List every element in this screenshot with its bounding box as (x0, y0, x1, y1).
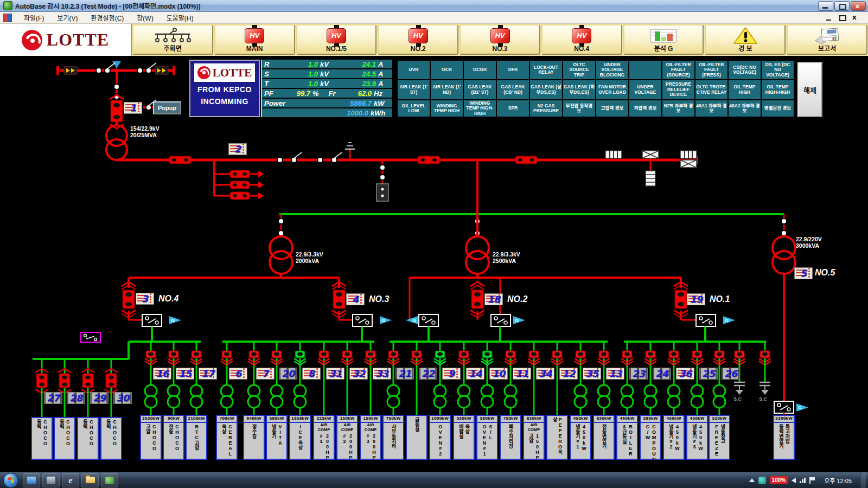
show-desktop-button[interactable] (860, 472, 866, 488)
meter-box-15[interactable]: 15 (176, 368, 194, 380)
toolbar-button-경보[interactable]: 경 보 (705, 24, 786, 55)
meter-box-no4[interactable]: 3 (136, 293, 154, 305)
meter-box-13[interactable]: 13 (606, 368, 624, 380)
meter-box-no1[interactable]: 19 (687, 293, 705, 305)
alarm-cell-r2c3: GAS LEAK (B1' ST) (464, 80, 496, 99)
meter-box-11[interactable]: 11 (513, 368, 531, 380)
meter-box-no5[interactable]: 5 (794, 267, 813, 279)
meter-box-8[interactable]: 8 (302, 368, 321, 380)
meter-box-21[interactable]: 21 (395, 368, 414, 380)
taskbar-clock[interactable]: 오후 12:05 (820, 476, 856, 485)
meter-box-34[interactable]: 34 (536, 368, 554, 380)
hv-icon: HV (327, 25, 346, 46)
meter-box-28[interactable]: 28 (67, 392, 85, 404)
network-icon[interactable] (800, 478, 806, 483)
load-name-column: 폐수처리장 (508, 424, 513, 459)
toolbar-button-no.2[interactable]: HVNO.2 (378, 24, 458, 55)
load-box-#1: 225kWAIRCOMP#1200HP (313, 415, 335, 460)
toolbar-button-no.4[interactable]: HVNO.4 (541, 24, 622, 55)
menu-item-4[interactable]: 창(W) (130, 12, 159, 23)
toolbar-button-분석g[interactable]: 분석 G (623, 24, 704, 55)
minimize-button[interactable] (818, 1, 833, 11)
menu-item-5[interactable]: 도움말(H) (160, 12, 200, 23)
meter-box-bus[interactable]: 2 (228, 143, 247, 155)
maximize-button[interactable] (834, 1, 850, 11)
load-box-PEPERO옥상: PEPERO옥상 (546, 415, 568, 460)
meter-box-23[interactable]: 23 (629, 368, 648, 380)
meter-box-36[interactable]: 36 (676, 368, 694, 380)
meter-box-29[interactable]: 29 (90, 392, 108, 404)
phase-amp-value: 24.1 (336, 60, 376, 68)
alarm-cell-r1c6: OLTC SOURCE TRIP (563, 61, 595, 79)
volume-icon[interactable] (792, 478, 796, 483)
meter-number: 6 (235, 369, 241, 378)
mdi-restore-icon[interactable] (838, 14, 847, 22)
hv-icon: HV (327, 28, 346, 43)
meter-box-20[interactable]: 20 (279, 368, 297, 380)
phase-kv-value: 1.0 (278, 80, 318, 88)
meter-box-no2[interactable]: 18 (484, 293, 503, 305)
toolbar: LOTTE 주화면HVMAINHVNO.1/5HVNO.2HVNO.3HVNO.… (0, 24, 868, 56)
toolbar-button-no.3[interactable]: HVNO.3 (459, 24, 540, 55)
tx-2500kva-label: 22.9/3.3kV2500kVA (493, 251, 520, 264)
meter-box-7[interactable]: 7 (256, 368, 275, 380)
meter-box-14[interactable]: 14 (466, 368, 484, 380)
meter-box-incoming[interactable]: 1 (124, 102, 142, 114)
meter-number: 12 (562, 369, 575, 378)
tray-app-icon[interactable] (758, 477, 766, 484)
meter-box-35[interactable]: 35 (583, 368, 601, 380)
meter-box-no3[interactable]: 4 (346, 293, 365, 305)
menu-item-3[interactable]: 환경설정(C) (84, 12, 130, 23)
load-box-냉동기#2: 450kW냉동기#2450kW (663, 415, 685, 460)
action-center-icon[interactable] (809, 477, 816, 484)
load-name-column: 냉동창고 (720, 424, 725, 459)
meter-box-22[interactable]: 22 (419, 368, 437, 380)
meter-box-16[interactable]: 16 (153, 368, 171, 380)
meter-box-9[interactable]: 9 (442, 368, 461, 380)
toolbar-button-main[interactable]: HVMAIN (214, 24, 295, 55)
mdi-close-icon[interactable]: x (851, 14, 860, 22)
alarm-cell-r1c1: UVR (398, 61, 430, 79)
alarm-cell-r2c11: OIL TEMP HIGH (729, 80, 761, 99)
meter-box-33[interactable]: 33 (373, 368, 391, 380)
meter-box-10[interactable]: 10 (489, 368, 508, 380)
load-name-column: 450kW (581, 424, 586, 459)
alarm-cell-r3c9: NFB 과부하 경보 (662, 100, 694, 117)
toolbar-button-주화면[interactable]: 주화면 (132, 24, 213, 55)
hidden-icons-arrow[interactable] (749, 478, 755, 482)
start-button[interactable] (3, 473, 18, 488)
meter-box-31[interactable]: 31 (326, 368, 344, 380)
load-name-column: 냉동기#3 (692, 424, 697, 459)
meter-box-25[interactable]: 25 (699, 368, 718, 380)
meter-number: 28 (69, 394, 82, 403)
autobase-app-icon[interactable] (101, 473, 118, 487)
alarm-cell-r1c11: CB(DC NO VOLTAGE) (729, 61, 761, 79)
internet-explorer-icon[interactable]: e (62, 473, 79, 487)
feeder-label-no2: NO.2 (507, 294, 527, 304)
meter-box-32[interactable]: 32 (349, 368, 368, 380)
meter-box-6[interactable]: 6 (229, 368, 247, 380)
app-grid-icon[interactable] (42, 473, 60, 487)
meter-box-17[interactable]: 17 (199, 368, 217, 380)
folder-icon[interactable] (81, 473, 99, 487)
load-name-column: #2 (342, 433, 347, 459)
meter-number: 29 (93, 394, 106, 403)
mdi-minimize-icon[interactable] (825, 14, 834, 22)
menu-item-2[interactable]: 보기(V) (50, 12, 84, 23)
toolbar-button-보고서[interactable]: 보고서 (787, 24, 867, 55)
meter-box-30[interactable]: 30 (113, 392, 132, 404)
close-button[interactable]: x (851, 1, 866, 11)
meter-box-12[interactable]: 12 (559, 368, 578, 380)
popup-button[interactable]: Popup (153, 101, 181, 114)
meter-box-26[interactable]: 26 (722, 368, 740, 380)
alarm-release-button[interactable]: 해제 (797, 62, 822, 117)
meter-number: 15 (178, 369, 192, 378)
app-window-icon[interactable] (23, 473, 40, 487)
lotte-logo-small: LOTTE (194, 63, 255, 82)
battery-indicator[interactable]: 100% (770, 476, 788, 484)
toolbar-button-no.1/5[interactable]: HVNO.1/5 (296, 24, 377, 55)
alarm-cell-r3c7: 고압력 경보 (596, 100, 628, 117)
meter-box-27[interactable]: 27 (44, 392, 62, 404)
menu-item-1[interactable]: 파일(F) (17, 12, 50, 23)
meter-box-24[interactable]: 24 (653, 368, 671, 380)
